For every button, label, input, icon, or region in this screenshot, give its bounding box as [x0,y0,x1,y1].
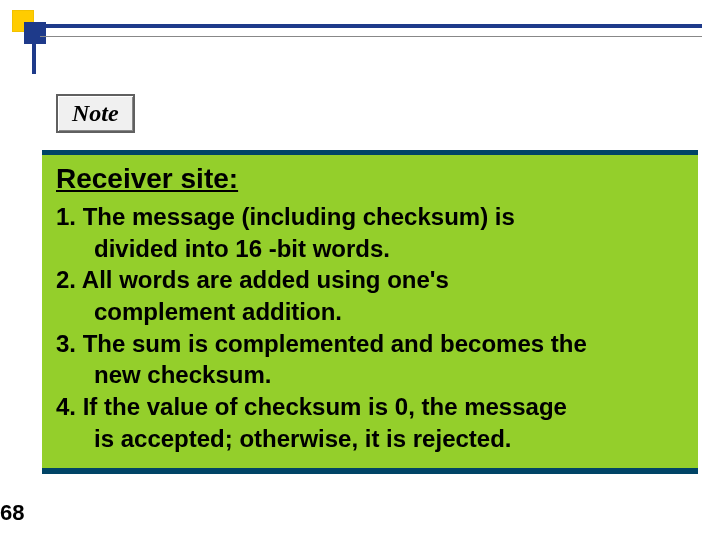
item-number: 4. [56,393,76,420]
list-item: 4. If the value of checksum is 0, the me… [56,391,684,454]
item-text: The sum is complemented and becomes the [83,330,587,357]
item-text-cont: complement addition. [56,296,684,328]
list-item: 1. The message (including checksum) is d… [56,201,684,264]
item-text-cont: new checksum. [56,359,684,391]
slide: Note Receiver site: 1. The message (incl… [0,0,720,540]
page-number: 68 [0,500,24,526]
item-number: 3. [56,330,76,357]
item-text: All words are added using one's [82,266,449,293]
rule-thick [40,24,702,28]
item-text-cont: divided into 16 -bit words. [56,233,684,265]
note-label: Note [72,100,119,126]
note-tab: Note [56,94,135,133]
list-item: 3. The sum is complemented and becomes t… [56,328,684,391]
item-text: If the value of checksum is 0, the messa… [83,393,567,420]
item-number: 1. [56,203,76,230]
item-number: 2. [56,266,76,293]
card-title: Receiver site: [56,163,684,195]
card-body: 1. The message (including checksum) is d… [56,201,684,454]
rule-thin [40,36,702,37]
header-rule [40,24,702,48]
rule-tick [32,28,36,74]
item-text: The message (including checksum) is [83,203,515,230]
list-item: 2. All words are added using one's compl… [56,264,684,327]
item-text-cont: is accepted; otherwise, it is rejected. [56,423,684,455]
content-card: Receiver site: 1. The message (including… [42,150,698,474]
